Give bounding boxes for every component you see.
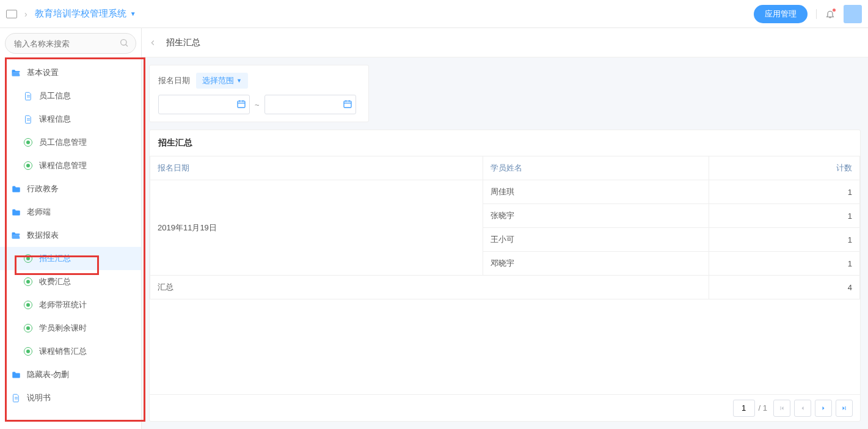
nav-item[interactable]: 老师端 bbox=[0, 200, 141, 224]
manage-button[interactable]: 应用管理 bbox=[754, 5, 808, 23]
notification-icon[interactable] bbox=[825, 9, 835, 19]
cell-name: 王小可 bbox=[483, 228, 709, 252]
summary-count: 4 bbox=[709, 276, 860, 299]
nav-item[interactable]: 员工信息 bbox=[0, 84, 141, 108]
caret-down-icon: ▼ bbox=[130, 10, 136, 17]
folder-icon bbox=[11, 371, 21, 379]
svg-point-0 bbox=[121, 40, 126, 45]
summary-row: 汇总4 bbox=[150, 276, 860, 299]
nav-item[interactable]: 数据报表 bbox=[0, 224, 141, 247]
nav-item-label: 课程信息 bbox=[39, 114, 71, 125]
svg-rect-12 bbox=[344, 101, 351, 108]
divider bbox=[816, 9, 817, 19]
cell-count: 1 bbox=[709, 252, 860, 276]
nav-item-label: 基本设置 bbox=[27, 67, 59, 78]
nav-item[interactable]: 收费汇总 bbox=[0, 270, 141, 293]
cell-count: 1 bbox=[709, 180, 860, 204]
nav-item-label: 学员剩余课时 bbox=[39, 323, 87, 334]
page-next-button[interactable] bbox=[815, 400, 832, 417]
col-header-name[interactable]: 学员姓名 bbox=[483, 156, 709, 180]
avatar[interactable] bbox=[844, 5, 862, 23]
nav-item-label: 隐藏表-勿删 bbox=[27, 369, 69, 380]
doc-icon bbox=[23, 92, 33, 101]
folder-open-icon bbox=[11, 69, 21, 77]
folder-open-icon bbox=[11, 232, 21, 240]
nav-item[interactable]: 员工信息管理 bbox=[0, 131, 141, 154]
breadcrumb: 招生汇总 bbox=[142, 28, 868, 57]
page-last-button[interactable] bbox=[836, 400, 853, 417]
page-total: / 1 bbox=[759, 403, 767, 413]
nav-item-label: 员工信息管理 bbox=[39, 137, 87, 148]
doc-icon bbox=[23, 115, 33, 124]
page-first-button[interactable] bbox=[773, 400, 790, 417]
topbar-right: 应用管理 bbox=[754, 5, 862, 23]
svg-line-1 bbox=[126, 45, 128, 46]
nav-item[interactable]: 课程信息管理 bbox=[0, 154, 141, 177]
filter-tag-text: 选择范围 bbox=[202, 75, 234, 86]
data-card: 招生汇总 报名日期 学员姓名 计数 2019年11月19日周佳琪1张晓宇1王小可… bbox=[149, 130, 861, 422]
col-header-date[interactable]: 报名日期 bbox=[150, 156, 483, 180]
filter-range-dropdown[interactable]: 选择范围 ▼ bbox=[196, 73, 248, 89]
nav-list: 基本设置员工信息课程信息员工信息管理课程信息管理行政教务老师端数据报表招生汇总收… bbox=[0, 59, 141, 429]
folder-icon bbox=[11, 208, 21, 216]
nav-item-label: 招生汇总 bbox=[39, 253, 71, 264]
back-button[interactable] bbox=[145, 35, 160, 50]
target-icon bbox=[23, 277, 33, 286]
nav-item-label: 课程信息管理 bbox=[39, 160, 87, 171]
table-row[interactable]: 2019年11月19日周佳琪1 bbox=[150, 180, 860, 204]
calendar-icon[interactable] bbox=[236, 99, 246, 111]
nav-item[interactable]: 课程信息 bbox=[0, 108, 141, 131]
target-icon bbox=[23, 324, 33, 332]
nav-item-label: 老师带班统计 bbox=[39, 299, 87, 310]
search-input[interactable] bbox=[5, 33, 136, 54]
nav-item[interactable]: 招生汇总 bbox=[0, 247, 141, 270]
col-header-count[interactable]: 计数 bbox=[709, 156, 860, 180]
app-title-dropdown[interactable]: 教育培训学校管理系统 ▼ bbox=[35, 8, 136, 20]
sidebar: 基本设置员工信息课程信息员工信息管理课程信息管理行政教务老师端数据报表招生汇总收… bbox=[0, 28, 142, 429]
nav-item-label: 行政教务 bbox=[27, 183, 59, 194]
app-title-text: 教育培训学校管理系统 bbox=[35, 8, 126, 20]
filter-card: 报名日期 选择范围 ▼ ~ bbox=[149, 65, 369, 122]
page-input[interactable] bbox=[733, 400, 755, 417]
search-container bbox=[5, 33, 136, 54]
nav-item-label: 课程销售汇总 bbox=[39, 346, 87, 357]
nav-item[interactable]: 行政教务 bbox=[0, 177, 141, 200]
target-icon bbox=[23, 254, 33, 263]
nav-item[interactable]: 老师带班统计 bbox=[0, 293, 141, 317]
page-prev-button[interactable] bbox=[794, 400, 811, 417]
nav-item-label: 说明书 bbox=[27, 392, 51, 403]
page-title: 招生汇总 bbox=[166, 37, 200, 48]
notification-dot bbox=[833, 9, 836, 12]
chevron-right-icon: › bbox=[24, 9, 27, 19]
calendar-icon[interactable] bbox=[343, 99, 352, 111]
nav-item-label: 老师端 bbox=[27, 207, 51, 218]
data-table: 报名日期 学员姓名 计数 2019年11月19日周佳琪1张晓宇1王小可1邓晓宇1… bbox=[150, 156, 860, 299]
pager: / 1 bbox=[150, 394, 860, 421]
cell-count: 1 bbox=[709, 228, 860, 252]
cell-count: 1 bbox=[709, 204, 860, 228]
svg-rect-8 bbox=[238, 101, 245, 108]
nav-item[interactable]: 说明书 bbox=[0, 386, 141, 409]
doc-icon bbox=[11, 394, 21, 403]
nav-item[interactable]: 课程销售汇总 bbox=[0, 340, 141, 363]
cell-date: 2019年11月19日 bbox=[150, 180, 483, 276]
cell-name: 张晓宇 bbox=[483, 204, 709, 228]
target-icon bbox=[23, 138, 33, 147]
target-icon bbox=[23, 347, 33, 356]
nav-item-label: 数据报表 bbox=[27, 230, 59, 241]
cell-name: 邓晓宇 bbox=[483, 252, 709, 276]
topbar: › 教育培训学校管理系统 ▼ 应用管理 bbox=[0, 0, 868, 28]
caret-down-icon: ▼ bbox=[236, 78, 242, 84]
target-icon bbox=[23, 161, 33, 170]
nav-item[interactable]: 隐藏表-勿删 bbox=[0, 363, 141, 386]
search-icon[interactable] bbox=[119, 38, 129, 50]
nav-item[interactable]: 基本设置 bbox=[0, 61, 141, 84]
card-title: 招生汇总 bbox=[150, 130, 860, 156]
date-separator: ~ bbox=[255, 100, 260, 109]
folder-icon bbox=[11, 185, 21, 193]
nav-item-label: 员工信息 bbox=[39, 90, 71, 101]
nav-item[interactable]: 学员剩余课时 bbox=[0, 317, 141, 340]
main: 招生汇总 报名日期 选择范围 ▼ ~ bbox=[142, 28, 868, 429]
app-icon[interactable] bbox=[6, 10, 17, 18]
topbar-left: › 教育培训学校管理系统 ▼ bbox=[6, 8, 754, 20]
